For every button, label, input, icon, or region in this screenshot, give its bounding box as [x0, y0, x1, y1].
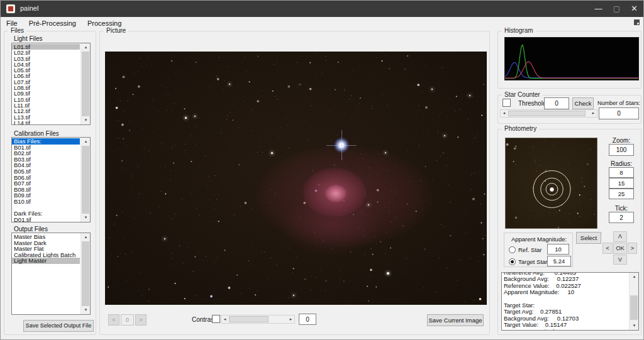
- menu-overflow-icon[interactable]: [634, 19, 640, 25]
- list-item[interactable]: L02.tif: [12, 50, 80, 55]
- next-image-button[interactable]: >: [135, 314, 147, 326]
- pad-down-button[interactable]: V: [613, 255, 627, 265]
- minimize-button[interactable]: —: [589, 1, 608, 17]
- scroll-down-icon[interactable]: ▼: [81, 116, 91, 124]
- light-files-label: Light Files: [14, 35, 43, 42]
- sky-image[interactable]: [105, 52, 487, 305]
- photometry-zoom-image[interactable]: [505, 138, 597, 229]
- ref-star-radio[interactable]: [509, 246, 516, 253]
- scroll-thumb[interactable]: [508, 111, 586, 116]
- zoom-input[interactable]: [609, 144, 634, 156]
- list-item[interactable]: D01.tif: [12, 217, 80, 222]
- list-item[interactable]: L03.tif: [12, 56, 80, 62]
- scroll-up-icon[interactable]: ▲: [81, 138, 91, 146]
- pad-right-button[interactable]: >: [628, 243, 637, 254]
- contrast-value-input[interactable]: [299, 314, 316, 325]
- prev-image-button[interactable]: <: [108, 314, 119, 326]
- photometry-results-box[interactable]: Reference Avg: 0.14465 Background Avg: 0…: [501, 272, 639, 331]
- scroll-thumb[interactable]: [82, 52, 89, 116]
- number-of-stars-input[interactable]: [599, 107, 639, 119]
- target-star-input[interactable]: [547, 256, 571, 266]
- ref-star-input[interactable]: [547, 244, 569, 255]
- list-item[interactable]: L14.tif: [12, 120, 80, 125]
- list-item[interactable]: Master Flat: [12, 246, 80, 252]
- histogram-plot: [504, 37, 639, 80]
- list-item[interactable]: Light Master: [12, 258, 80, 264]
- target-star-radio[interactable]: [509, 258, 516, 265]
- list-item[interactable]: L11.tif: [12, 102, 80, 108]
- scroll-right-icon[interactable]: ►: [287, 315, 294, 323]
- list-item[interactable]: L10.tif: [12, 97, 80, 102]
- list-item[interactable]: L07.tif: [12, 79, 80, 85]
- star: [229, 84, 231, 85]
- list-item[interactable]: Dark Files:: [12, 211, 80, 217]
- threshold-input[interactable]: [544, 97, 569, 109]
- red-channel-curve: [505, 62, 638, 78]
- list-item[interactable]: Master Bias: [12, 234, 80, 240]
- radius-input-3[interactable]: [609, 189, 634, 199]
- calibration-files-list[interactable]: Bias Files:B01.tifB02.tifB03.tifB04.tifB…: [11, 137, 91, 222]
- list-item[interactable]: L09.tif: [12, 90, 80, 96]
- scroll-up-icon[interactable]: ▲: [81, 233, 91, 241]
- scroll-thumb[interactable]: [630, 295, 638, 319]
- scroll-thumb[interactable]: [82, 241, 89, 306]
- star-counter-group: Star Counter Threshold: Check Number of …: [497, 95, 641, 124]
- list-item[interactable]: B06.tif: [12, 175, 80, 181]
- scroll-left-icon[interactable]: ◄: [501, 110, 508, 117]
- list-item[interactable]: L08.tif: [12, 85, 80, 90]
- list-item[interactable]: L06.tif: [12, 73, 80, 79]
- scroll-down-icon[interactable]: ▼: [630, 322, 639, 330]
- results-scrollbar[interactable]: ▲ ▼: [629, 273, 638, 330]
- menu-item-pr-processing[interactable]: Pré-Processing: [23, 18, 82, 30]
- scroll-up-icon[interactable]: ▲: [630, 273, 639, 281]
- threshold-checkbox[interactable]: [502, 99, 511, 107]
- scroll-left-icon[interactable]: ◄: [221, 315, 228, 323]
- pad-up-button[interactable]: Λ: [613, 231, 627, 242]
- list-item[interactable]: L01.tif: [12, 44, 80, 50]
- close-button[interactable]: ✕: [625, 1, 643, 17]
- pad-ok-button[interactable]: OK: [613, 243, 627, 254]
- threshold-scrollbar[interactable]: ◄ ►: [500, 109, 597, 118]
- list-item[interactable]: [12, 205, 80, 211]
- save-current-image-button[interactable]: Save Current Image: [427, 314, 484, 326]
- maximize-button[interactable]: ▢: [608, 1, 626, 17]
- pad-left-button[interactable]: <: [602, 243, 613, 254]
- list-item[interactable]: B08.tif: [12, 187, 80, 193]
- scroll-down-icon[interactable]: ▼: [81, 214, 91, 222]
- scroll-thumb[interactable]: [82, 146, 89, 214]
- list-item[interactable]: L04.tif: [12, 62, 80, 67]
- list-item[interactable]: Bias Files:: [12, 138, 80, 145]
- list-item[interactable]: B02.tif: [12, 150, 80, 156]
- list-item[interactable]: L13.tif: [12, 114, 80, 120]
- select-button[interactable]: Select: [576, 232, 601, 244]
- save-selected-output-file-button[interactable]: Save Selected Output File: [23, 320, 94, 332]
- list-item[interactable]: L12.tif: [12, 108, 80, 114]
- list-item[interactable]: L05.tif: [12, 67, 80, 73]
- list-item[interactable]: B04.tif: [12, 162, 80, 168]
- contrast-checkbox[interactable]: [212, 315, 220, 323]
- light-files-list[interactable]: L01.tifL02.tifL03.tifL04.tifL05.tifL06.t…: [11, 43, 91, 125]
- output-files-scrollbar[interactable]: ▲ ▼: [80, 233, 90, 314]
- list-item[interactable]: Master Dark: [12, 240, 80, 246]
- list-item[interactable]: B10.tif: [12, 199, 80, 205]
- scroll-down-icon[interactable]: ▼: [81, 306, 91, 314]
- scroll-thumb[interactable]: [229, 316, 269, 322]
- starfield: [105, 52, 106, 53]
- contrast-scrollbar[interactable]: ◄ ►: [221, 315, 295, 324]
- list-item[interactable]: B09.tif: [12, 192, 80, 199]
- check-button[interactable]: Check: [572, 97, 594, 109]
- scroll-up-icon[interactable]: ▲: [81, 43, 91, 52]
- light-files-scrollbar[interactable]: ▲ ▼: [80, 43, 90, 124]
- list-item[interactable]: B03.tif: [12, 156, 80, 163]
- list-item[interactable]: B07.tif: [12, 180, 80, 187]
- calibration-files-scrollbar[interactable]: ▲ ▼: [80, 138, 90, 222]
- tick-input[interactable]: [609, 212, 634, 223]
- scroll-right-icon[interactable]: ►: [590, 110, 597, 117]
- radius-input-2[interactable]: [609, 178, 634, 189]
- radius-input-1[interactable]: [609, 167, 634, 178]
- list-item[interactable]: B05.tif: [12, 168, 80, 175]
- output-files-list[interactable]: Master BiasMaster DarkMaster FlatCalibra…: [11, 233, 91, 315]
- menu-bar: FilePré-ProcessingProcessing: [1, 17, 644, 28]
- list-item[interactable]: Calibrated Lights Batch: [12, 252, 80, 258]
- list-item[interactable]: B01.tif: [12, 145, 80, 151]
